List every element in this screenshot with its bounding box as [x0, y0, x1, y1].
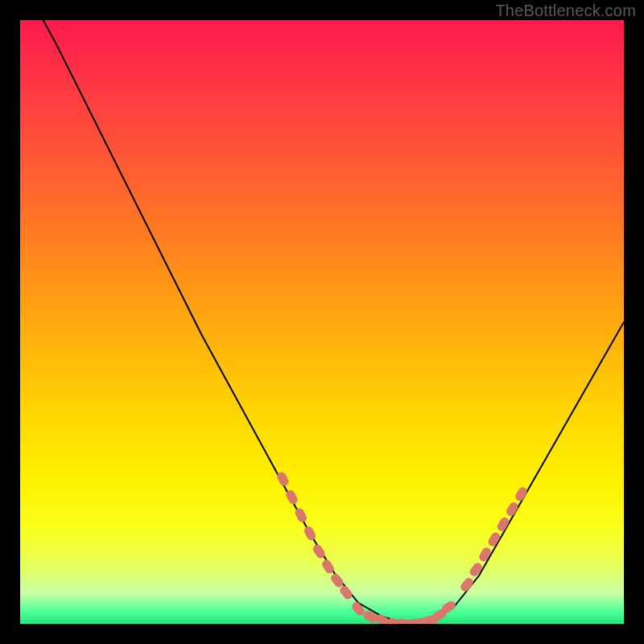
watermark-text: TheBottleneck.com: [495, 2, 636, 20]
left-flank-dots-point: [294, 506, 308, 523]
bottleneck-curve: [20, 20, 624, 624]
curve-layer: [20, 20, 624, 624]
chart-frame: TheBottleneck.com: [0, 0, 644, 644]
left-flank-dots-point: [303, 525, 317, 542]
right-flank-dots-point: [459, 576, 475, 593]
plot-area: [20, 20, 624, 624]
right-flank-dots-point: [468, 561, 484, 578]
